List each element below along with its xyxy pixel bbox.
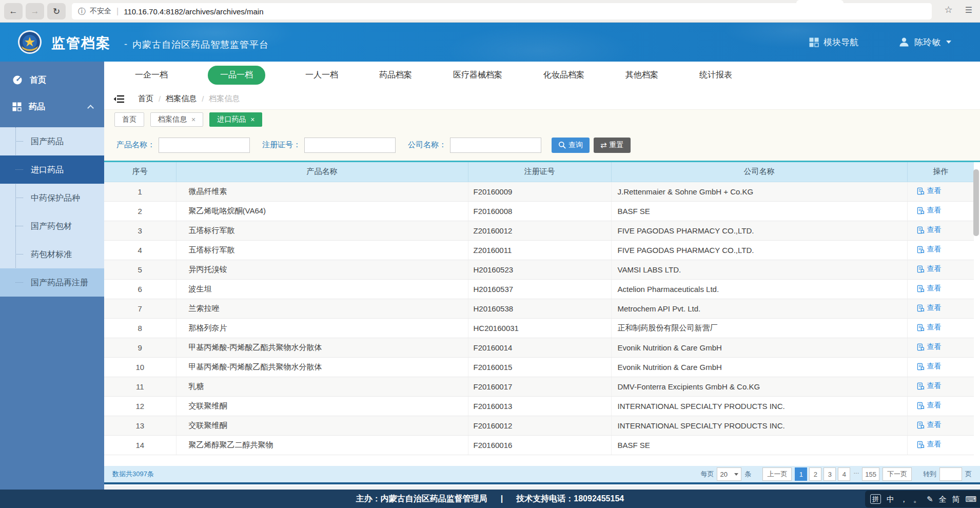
- view-link-label: 查看: [927, 342, 942, 351]
- ime-icon-4[interactable]: ✎: [927, 495, 933, 503]
- sidebar-item-进口药品[interactable]: 进口药品: [0, 155, 104, 184]
- breadcrumb-item[interactable]: 首页: [138, 94, 153, 104]
- cell-company-name: J.Rettenmaier & Sohne GmbH + Co.KG: [611, 182, 907, 201]
- table-row: 14聚乙烯醇聚乙二醇共聚物F20160016BASF SE查看: [104, 435, 974, 455]
- cell-action: 查看: [907, 279, 974, 299]
- view-link[interactable]: 查看: [917, 225, 942, 235]
- address-bar[interactable]: ⓘ 不安全 | 110.16.70.4:8182/archives/archiv…: [72, 3, 932, 19]
- breadcrumb-item[interactable]: 档案信息: [166, 94, 197, 104]
- cell-product-name: 那格列奈片: [176, 318, 468, 338]
- view-link[interactable]: 查看: [917, 362, 942, 371]
- view-link[interactable]: 查看: [917, 342, 942, 351]
- ime-icon-5[interactable]: 全: [939, 495, 947, 503]
- view-file-icon: [917, 265, 925, 273]
- sidebar-item-home[interactable]: 首页: [0, 67, 104, 93]
- search-input-1[interactable]: [304, 138, 396, 153]
- sidebar-item-药包材标准[interactable]: 药包材标准: [0, 240, 104, 268]
- view-link[interactable]: 查看: [917, 401, 942, 410]
- nav-tab-统计报表[interactable]: 统计报表: [698, 66, 733, 85]
- view-link[interactable]: 查看: [917, 245, 942, 254]
- nav-tab-一品一档[interactable]: 一品一档: [208, 66, 265, 85]
- view-link-label: 查看: [927, 401, 942, 410]
- nav-tab-其他档案[interactable]: 其他档案: [624, 66, 659, 85]
- cell-action: 查看: [907, 357, 974, 377]
- view-link[interactable]: 查看: [917, 206, 942, 215]
- sidebar-home-label: 首页: [30, 75, 46, 86]
- view-link[interactable]: 查看: [917, 264, 942, 273]
- cell-cert-number: F20160016: [468, 435, 611, 455]
- footer-host-text: 主办：内蒙古自治区药品监督管理局: [356, 494, 487, 504]
- cell-index: 9: [104, 338, 176, 357]
- tab-chip-档案信息[interactable]: 档案信息×: [150, 112, 203, 127]
- view-link-label: 查看: [927, 323, 942, 332]
- page-button-155[interactable]: 155: [862, 467, 879, 481]
- query-button[interactable]: 查询: [552, 138, 590, 153]
- cell-product-name: 交联聚维酮: [176, 396, 468, 416]
- ime-icon-7[interactable]: ⌨: [966, 495, 977, 503]
- close-icon[interactable]: ×: [250, 115, 254, 124]
- view-link[interactable]: 查看: [917, 323, 942, 332]
- cell-index: 14: [104, 435, 176, 455]
- browser-forward-button[interactable]: →: [26, 3, 44, 19]
- reset-button[interactable]: ⇄ 重置: [594, 138, 631, 153]
- tab-chip-首页[interactable]: 首页: [114, 112, 144, 127]
- nav-tab-一企一档[interactable]: 一企一档: [134, 66, 169, 85]
- sidebar-item-drugs[interactable]: 药品: [0, 93, 104, 120]
- next-page-button[interactable]: 下一页: [883, 467, 912, 481]
- nav-tab-医疗器械档案[interactable]: 医疗器械档案: [452, 66, 503, 85]
- sidebar-item-国产药包材[interactable]: 国产药包材: [0, 212, 104, 240]
- tab-chip-进口药品[interactable]: 进口药品×: [209, 112, 262, 127]
- info-icon[interactable]: ⓘ: [78, 7, 86, 16]
- nav-tab-药品档案[interactable]: 药品档案: [378, 66, 413, 85]
- menu-fold-icon[interactable]: [113, 94, 125, 104]
- nav-tab-一人一档[interactable]: 一人一档: [304, 66, 339, 85]
- per-page-value: 20: [720, 471, 727, 478]
- view-link[interactable]: 查看: [917, 284, 942, 293]
- ime-icon-6[interactable]: 简: [952, 495, 960, 503]
- grid-icon: [809, 37, 819, 47]
- view-link[interactable]: 查看: [917, 420, 942, 429]
- view-link[interactable]: 查看: [917, 303, 942, 312]
- scrollbar-thumb[interactable]: [973, 169, 979, 236]
- search-input-2[interactable]: [450, 138, 541, 153]
- page-button-3[interactable]: 3: [824, 467, 836, 481]
- view-link-label: 查看: [927, 225, 942, 235]
- bookmark-star-icon[interactable]: ☆: [945, 4, 953, 15]
- browser-back-button[interactable]: ←: [4, 3, 23, 19]
- cell-action: 查看: [907, 338, 974, 357]
- view-link[interactable]: 查看: [917, 186, 942, 196]
- cell-cert-number: H20160523: [468, 260, 611, 279]
- search-input-0[interactable]: [159, 138, 250, 153]
- prev-page-button[interactable]: 上一页: [762, 467, 792, 481]
- page-button-2[interactable]: 2: [809, 467, 821, 481]
- cell-company-name: BASF SE: [611, 201, 907, 221]
- goto-label: 转到: [923, 470, 936, 479]
- sidebar-item-国产药品[interactable]: 国产药品: [0, 127, 104, 155]
- cell-cert-number: F20160009: [468, 182, 611, 201]
- cell-action: 查看: [907, 299, 974, 318]
- page-button-4[interactable]: 4: [838, 467, 850, 481]
- cell-cert-number: F20160008: [468, 201, 611, 221]
- per-page-select[interactable]: 20: [717, 467, 741, 481]
- view-link[interactable]: 查看: [917, 440, 942, 449]
- user-menu[interactable]: 陈玲敏: [898, 36, 951, 48]
- view-link[interactable]: 查看: [917, 381, 942, 390]
- goto-page-input[interactable]: [939, 467, 962, 481]
- ime-icon-3[interactable]: 。: [913, 495, 921, 503]
- sidebar-item-中药保护品种[interactable]: 中药保护品种: [0, 184, 104, 212]
- nav-tab-化妆品档案[interactable]: 化妆品档案: [542, 66, 585, 85]
- ime-icon-0[interactable]: 拼: [870, 494, 881, 504]
- sidebar: 首页 药品 国产药品进口药品中药保护品种国产药包材药包材标准国产药品再注册: [0, 62, 104, 490]
- sidebar-item-国产药品再注册[interactable]: 国产药品再注册: [0, 268, 104, 297]
- archive-nav-tabs: 一企一档一品一档一人一档药品档案医疗器械档案化妆品档案其他档案统计报表: [104, 62, 980, 88]
- chip-label: 进口药品: [217, 115, 246, 124]
- page-button-1[interactable]: 1: [795, 467, 807, 481]
- view-link-label: 查看: [927, 303, 942, 312]
- ime-icon-2[interactable]: ，: [900, 495, 908, 503]
- cell-index: 1: [104, 182, 176, 201]
- browser-menu-icon[interactable]: ☰: [965, 5, 973, 15]
- module-nav-button[interactable]: 模块导航: [809, 36, 858, 48]
- ime-icon-1[interactable]: 中: [887, 495, 894, 503]
- close-icon[interactable]: ×: [191, 115, 195, 124]
- browser-reload-button[interactable]: ↻: [47, 3, 66, 19]
